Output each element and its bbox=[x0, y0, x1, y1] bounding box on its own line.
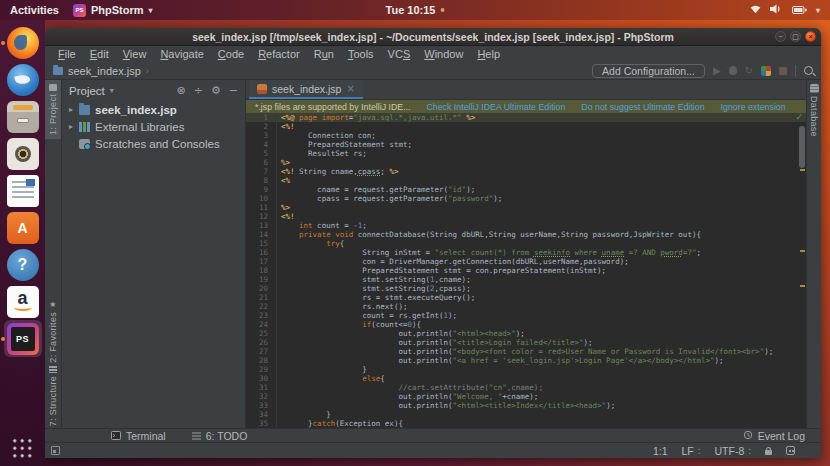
close-button[interactable]: × bbox=[805, 31, 816, 42]
code-text: int count = -1; bbox=[277, 221, 367, 230]
coverage-icon[interactable]: ↻ bbox=[745, 66, 753, 76]
add-configuration-button[interactable]: Add Configuration... bbox=[592, 64, 705, 78]
menu-view[interactable]: View bbox=[116, 48, 154, 60]
status-utf-8[interactable]: UTF-8∶ bbox=[715, 445, 751, 457]
breadcrumb-chevron-icon: › bbox=[146, 66, 149, 76]
maximize-button[interactable]: ▢ bbox=[790, 31, 801, 42]
dock-files[interactable] bbox=[4, 98, 42, 135]
dock-phpstorm[interactable] bbox=[4, 320, 42, 357]
warning-stripe-mark[interactable] bbox=[800, 250, 805, 252]
menu-edit[interactable]: Edit bbox=[83, 48, 116, 60]
code-text: String inStmt = "select count(*) from se… bbox=[277, 248, 701, 257]
chevron-down-icon[interactable]: ▾ bbox=[110, 86, 114, 95]
dock-firefox[interactable] bbox=[4, 24, 42, 61]
code-text: out.println("Welcome, "+cname); bbox=[277, 392, 538, 401]
show-applications-button[interactable] bbox=[12, 438, 34, 460]
notification-dot-icon bbox=[440, 8, 444, 12]
dropdown-mark-icon: ∶ bbox=[748, 445, 751, 457]
tree-item-scratches-and-consoles[interactable]: Scratches and Consoles bbox=[62, 135, 245, 152]
tree-item-external-libraries[interactable]: ▸External Libraries bbox=[62, 118, 245, 135]
tool-button-label: 7: Structure bbox=[48, 376, 58, 426]
close-tab-icon[interactable]: × bbox=[346, 83, 354, 94]
line-number: 8 bbox=[246, 176, 277, 185]
tool-window-toggle-icon[interactable] bbox=[51, 446, 60, 455]
banner-link-do-not-suggest-ultimate-edition[interactable]: Do not suggest Ultimate Edition bbox=[581, 102, 704, 112]
locate-file-icon[interactable]: ⊗ bbox=[176, 84, 185, 97]
breadcrumb[interactable]: seek_index.jsp › bbox=[53, 65, 149, 77]
settings-icon[interactable]: ⚙ bbox=[211, 84, 221, 97]
menu-navigate[interactable]: Navigate bbox=[153, 48, 210, 60]
system-tray[interactable]: ▾ bbox=[750, 4, 820, 16]
code-line: 20 stmt.setString(2,cpass); bbox=[246, 284, 806, 293]
project-icon bbox=[49, 84, 57, 91]
line-number: 4 bbox=[246, 140, 277, 149]
code-text: rs = stmt.executeQuery(); bbox=[277, 293, 475, 302]
library-icon bbox=[79, 122, 90, 132]
tool-button-database[interactable]: Database bbox=[807, 80, 821, 141]
banner-link-check-intellij-idea-ultimate-edition[interactable]: Check IntelliJ IDEA Ultimate Edition bbox=[426, 102, 565, 112]
code-text: } bbox=[277, 410, 331, 419]
tool-button-2-favorites[interactable]: 2: Favorites bbox=[45, 295, 61, 367]
line-number: 14 bbox=[246, 230, 277, 239]
app-menu[interactable]: PS PhpStorm ▾ bbox=[73, 4, 153, 17]
tree-item-label: Scratches and Consoles bbox=[95, 138, 220, 150]
warning-stripe-mark[interactable] bbox=[800, 169, 805, 171]
status-1-1[interactable]: 1:1 bbox=[653, 445, 668, 457]
dock-help[interactable] bbox=[4, 246, 42, 283]
dock-writer[interactable] bbox=[4, 172, 42, 209]
activities-button[interactable]: Activities bbox=[10, 4, 59, 16]
inspections-ok-icon[interactable]: ✓ bbox=[795, 113, 803, 122]
code-editor[interactable]: 1<%@ page import="java.sql.*,java.util.*… bbox=[246, 113, 806, 428]
software-icon bbox=[7, 212, 39, 244]
todo-tool-button[interactable]: 6: TODO bbox=[192, 430, 248, 442]
tree-item-seek-index-jsp[interactable]: ▸seek_index.jsp bbox=[62, 101, 245, 118]
code-line: 25 out.println("<html><head>"); bbox=[246, 329, 806, 338]
clock[interactable]: Tue 10:15 bbox=[386, 4, 445, 16]
editor-scrollbar[interactable] bbox=[799, 126, 805, 168]
tool-button-7-structure[interactable]: 7: Structure bbox=[45, 362, 61, 430]
menu-vcs[interactable]: VCS bbox=[381, 48, 418, 60]
dock-thunderbird[interactable] bbox=[4, 61, 42, 98]
run-icon[interactable]: ▶ bbox=[713, 66, 721, 76]
menu-file[interactable]: File bbox=[51, 48, 83, 60]
minimize-button[interactable]: − bbox=[775, 31, 786, 42]
status-lf[interactable]: LF∶ bbox=[682, 445, 701, 457]
line-number: 24 bbox=[246, 320, 277, 329]
menu-window[interactable]: Window bbox=[417, 48, 470, 60]
code-line: 19 stmt.setString(1,cname); bbox=[246, 275, 806, 284]
profiler-icon[interactable] bbox=[761, 66, 771, 76]
terminal-tool-button[interactable]: Terminal bbox=[111, 430, 166, 442]
menu-run[interactable]: Run bbox=[307, 48, 341, 60]
warning-stripe-mark[interactable] bbox=[800, 285, 805, 287]
window-title-bar[interactable]: seek_index.jsp [/tmp/seek_index.jsp] - ~… bbox=[45, 28, 821, 46]
debug-icon[interactable] bbox=[729, 66, 737, 75]
collapse-all-icon[interactable]: ÷ bbox=[194, 84, 203, 97]
menu-code[interactable]: Code bbox=[211, 48, 251, 60]
banner-link-ignore-extension[interactable]: Ignore extension bbox=[721, 102, 786, 112]
hide-panel-icon[interactable]: − bbox=[229, 84, 238, 97]
tool-button-1-project[interactable]: 1: Project bbox=[45, 80, 61, 139]
menu-tools[interactable]: Tools bbox=[341, 48, 381, 60]
project-panel-title[interactable]: Project bbox=[69, 85, 105, 97]
project-panel-header: Project ▾ ⊗÷⚙− bbox=[62, 80, 245, 101]
stop-icon[interactable] bbox=[779, 67, 787, 75]
line-number: 23 bbox=[246, 311, 277, 320]
code-text: out.println("<html><head>"); bbox=[277, 329, 525, 338]
menu-help[interactable]: Help bbox=[470, 48, 507, 60]
lock-icon[interactable] bbox=[765, 450, 772, 455]
code-line: 24 if(count<=0){ bbox=[246, 320, 806, 329]
line-number: 31 bbox=[246, 383, 277, 392]
event-log-button[interactable]: Event Log bbox=[743, 430, 821, 442]
code-text: cpass = request.getParameter("password")… bbox=[277, 194, 502, 203]
todo-label: 6: TODO bbox=[206, 430, 248, 442]
code-text: //cart.setAttribute("cn",cname); bbox=[277, 383, 543, 392]
dock-amazon[interactable] bbox=[4, 283, 42, 320]
dock-software[interactable] bbox=[4, 209, 42, 246]
dock-rhythmbox[interactable] bbox=[4, 135, 42, 172]
code-text: stmt.setString(1,cname); bbox=[277, 275, 471, 284]
inspection-level-icon[interactable] bbox=[786, 446, 795, 455]
search-everywhere-icon[interactable] bbox=[804, 66, 813, 75]
tab-seek-index-jsp[interactable]: seek_index.jsp × bbox=[249, 80, 363, 99]
menu-refactor[interactable]: Refactor bbox=[251, 48, 307, 60]
phpstorm-appmenu-icon: PS bbox=[73, 4, 86, 17]
